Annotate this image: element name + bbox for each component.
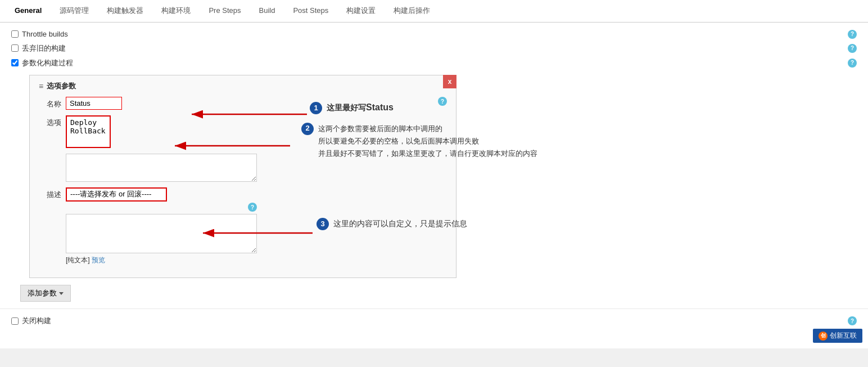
main-area: Throttle builds ? 丢弃旧的构建 ? (0, 23, 868, 348)
brand-logo: 创 创新互联 (813, 329, 862, 343)
name-help-icon[interactable]: ? (438, 97, 447, 106)
tab-build[interactable]: Build (250, 0, 284, 22)
close-build-row: 关闭构建 ? (11, 316, 857, 326)
close-build-checkbox[interactable] (11, 317, 19, 325)
options-textarea[interactable]: Deploy RollBack (66, 115, 111, 148)
callout3-num: 3 (317, 218, 329, 230)
callout2: 2 这两个参数需要被后面的脚本中调用的 所以要避免不必要的空格，以免后面脚本调用… (301, 123, 594, 160)
parameterize-label: 参数化构建过程 (22, 58, 73, 68)
close-build-inner: 关闭构建 ? (11, 316, 857, 326)
param-section-title: 选项参数 (37, 81, 449, 91)
plain-text-label: [纯文本] (66, 256, 90, 264)
throttle-builds-row: Throttle builds ? (11, 29, 857, 39)
desc-label: 描述 (37, 187, 61, 200)
close-build-label: 关闭构建 (22, 316, 51, 326)
brand-icon: 创 (819, 332, 828, 341)
main-content: Throttle builds ? 丢弃旧的构建 ? (0, 23, 868, 308)
callout3-text: 这里的内容可以自定义，只是提示信息 (333, 219, 467, 229)
close-build-help-icon[interactable]: ? (848, 316, 857, 325)
tab-general[interactable]: General (6, 0, 51, 22)
tab-pre-steps[interactable]: Pre Steps (200, 0, 250, 22)
parameterize-row-inner: 参数化构建过程 ? (11, 58, 857, 68)
discard-row-inner: 丢弃旧的构建 ? (11, 43, 857, 53)
preview-link[interactable]: 预览 (92, 256, 105, 264)
tab-trigger[interactable]: 构建触发器 (98, 0, 152, 22)
desc-input[interactable] (66, 187, 167, 202)
callout2-num: 2 (301, 123, 314, 135)
options-extra-textarea[interactable] (66, 154, 257, 182)
parameterize-help-icon[interactable]: ? (848, 59, 857, 68)
name-input[interactable] (66, 97, 122, 110)
callout1-num: 1 (310, 102, 322, 114)
discard-builds-label: 丢弃旧的构建 (22, 43, 66, 53)
throttle-row-inner: Throttle builds ? (11, 29, 857, 39)
desc-help-icon[interactable]: ? (248, 203, 257, 212)
tab-post-build[interactable]: 构建后操作 (385, 0, 439, 22)
options-label: 选项 (37, 115, 61, 128)
tab-source[interactable]: 源码管理 (51, 0, 98, 22)
page-wrapper: General 源码管理 构建触发器 构建环境 Pre Steps Build … (0, 0, 868, 367)
throttle-help-icon[interactable]: ? (848, 30, 857, 39)
tab-build-settings[interactable]: 构建设置 (337, 0, 385, 22)
tab-bar: General 源码管理 构建触发器 构建环境 Pre Steps Build … (0, 0, 868, 23)
callout1: 1 这里最好写Status (310, 102, 394, 114)
parameterize-checkbox[interactable] (11, 59, 19, 66)
add-param-arrow-icon (59, 292, 64, 295)
discard-help-icon[interactable]: ? (848, 44, 857, 53)
throttle-builds-label: Throttle builds (22, 30, 68, 38)
throttle-builds-checkbox[interactable] (11, 30, 19, 38)
param-annotation-container: x 选项参数 名称 ? 选项 Deploy RollBack (20, 75, 857, 302)
add-param-label: 添加参数 (28, 288, 57, 298)
parameterize-row: 参数化构建过程 ? (11, 58, 857, 68)
desc-input-wrapper: ? [纯文本] 预览 (66, 187, 257, 266)
callout3: 3 这里的内容可以自定义，只是提示信息 (317, 218, 467, 230)
preview-links: [纯文本] 预览 (66, 256, 257, 265)
tab-post-steps[interactable]: Post Steps (284, 0, 337, 22)
tab-build-env[interactable]: 构建环境 (152, 0, 200, 22)
callout2-text: 这两个参数需要被后面的脚本中调用的 所以要避免不必要的空格，以免后面脚本调用失败… (318, 123, 537, 160)
bottom-section: 关闭构建 ? (0, 308, 868, 337)
brand-text: 创新互联 (830, 331, 857, 341)
name-label: 名称 (37, 97, 61, 109)
callout1-text: 这里最好写Status (327, 102, 394, 113)
discard-builds-row: 丢弃旧的构建 ? (11, 43, 857, 53)
discard-builds-checkbox[interactable] (11, 44, 19, 52)
close-param-button[interactable]: x (443, 75, 456, 88)
desc-textarea[interactable] (66, 214, 257, 253)
add-param-button[interactable]: 添加参数 (20, 285, 71, 302)
